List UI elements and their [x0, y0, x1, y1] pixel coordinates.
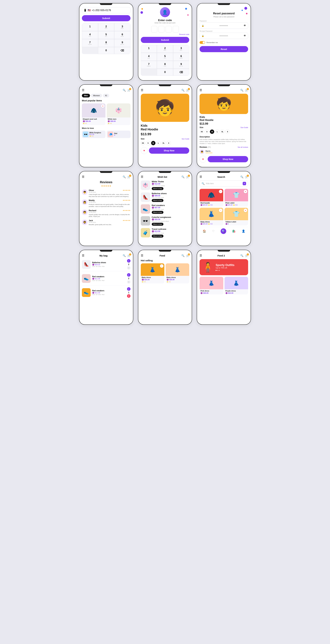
size-xl[interactable]: XL — [162, 141, 166, 145]
remember-toggle[interactable] — [200, 41, 205, 44]
resend-link[interactable]: Resend code — [141, 34, 190, 35]
search-icon[interactable]: 🔍 — [240, 89, 244, 92]
submit-button[interactable]: Submit — [82, 15, 130, 21]
retype-input[interactable]: 🔒 •••••••••• 👁 — [200, 33, 248, 39]
heart-button[interactable]: ♥ — [244, 209, 247, 212]
size-guide[interactable]: Size Guide — [182, 138, 189, 140]
reset-button[interactable]: Reset — [200, 46, 248, 52]
menu-icon[interactable]: ☰ — [82, 88, 84, 92]
cart-icon[interactable]: 🛒2 — [245, 254, 248, 257]
key-4[interactable]: 4GHI — [141, 53, 157, 61]
cart-icon[interactable]: 🛒2 — [127, 254, 130, 257]
product-white-men[interactable]: 👘 White men 🟣 $59.50 ⭐ 4.5 — [107, 104, 130, 125]
wishlist-button[interactable]: ♥ — [141, 147, 148, 154]
tab-men[interactable]: Men — [82, 94, 90, 98]
key-3[interactable]: 3DEF — [114, 23, 130, 31]
menu-icon[interactable]: ☰ — [82, 175, 84, 178]
key-backspace[interactable]: ⌫ — [173, 69, 190, 76]
menu-icon[interactable]: ☰ — [141, 254, 143, 257]
qty-plus-button[interactable]: + — [127, 273, 130, 276]
search-icon[interactable]: 🔍 — [240, 176, 244, 178]
key-2[interactable]: 2ABC — [157, 45, 173, 53]
qty-minus-button[interactable]: − — [127, 280, 130, 284]
search-baby-dress[interactable]: 👗 ♥ Baby dress 🟣 $25.00 ⭐ 4.5 — [200, 208, 223, 226]
search-input[interactable]: Kids item — [206, 182, 242, 184]
qty-minus-button[interactable]: − — [127, 266, 130, 270]
search-icon[interactable]: 🔍 — [123, 254, 126, 257]
search-icon[interactable]: 🔍 — [123, 89, 126, 92]
key-7[interactable]: 7PQRS — [82, 39, 98, 47]
key-1[interactable]: 1 — [141, 45, 157, 53]
size-guide-right[interactable]: Size Guide — [240, 127, 248, 128]
move-to-bag-button[interactable]: Move to bag — [152, 187, 164, 190]
clear-search-button[interactable]: ✕ — [243, 182, 246, 185]
key-4[interactable]: 4GHI — [82, 31, 98, 39]
shop-now-button-right[interactable]: Shop Now — [208, 156, 248, 162]
tab-ki[interactable]: Ki — [103, 94, 109, 98]
menu-icon[interactable]: ☰ — [141, 175, 143, 178]
key-2[interactable]: 2ABC — [98, 23, 114, 31]
product-elegant-suit[interactable]: 🧥 ♥ Elegant wool suit 🟣 $85.00 ⭐ 4.5 — [82, 104, 106, 125]
key-6[interactable]: 6MNO — [114, 31, 130, 39]
otp-box-4[interactable] — [173, 26, 179, 32]
phone-input[interactable]: 📱 🇺🇸 +1-202-555-0176 — [82, 7, 130, 13]
search-icon[interactable]: 🔍 — [123, 176, 126, 178]
key-1[interactable]: 1 — [82, 23, 98, 31]
search-red-hoodie[interactable]: 🧥 ♥ Red hoodie 🟣 $25.00 ⭐ 4.5 — [200, 189, 223, 206]
menu-icon[interactable]: ☰ — [200, 254, 202, 257]
move-to-bag-button[interactable]: Move to bag — [152, 223, 164, 226]
size-s[interactable]: S — [205, 130, 209, 134]
feed2-product-2[interactable]: 👗 Purple dress 🟣 $22.00 — [224, 277, 248, 294]
size-m[interactable]: M — [210, 130, 214, 134]
size-x[interactable]: X — [225, 130, 230, 134]
search-pink-tshirt[interactable]: 👕 ♥ Pink t-shirt 🟣 $25.00 ⭐ 4.5 — [224, 189, 248, 206]
sporty-outfits-banner[interactable]: 🧍 Sporty Outfits Up to 75% off. — [200, 259, 248, 275]
key-6[interactable]: 6MNO — [173, 53, 190, 61]
key-7[interactable]: 7PQRS — [141, 61, 157, 69]
size-xl[interactable]: XL — [220, 130, 224, 134]
key-9[interactable]: 9WXYZ — [114, 39, 130, 47]
cart-icon[interactable]: 🛒2 — [186, 254, 189, 257]
nav-search[interactable]: 🔍 — [220, 228, 226, 234]
qty-delete-button[interactable]: ✕ — [127, 294, 130, 298]
heart-button[interactable]: ♥ — [160, 264, 164, 268]
search-icon[interactable]: 🔍 — [182, 176, 184, 178]
key-0[interactable]: 0 — [157, 69, 173, 76]
nav-profile[interactable]: 👤 — [242, 230, 245, 233]
move-to-bag-button[interactable]: Move to bag — [152, 199, 164, 202]
size-m[interactable]: M — [151, 141, 156, 145]
nav-bag[interactable]: 🛍️ — [232, 230, 236, 233]
menu-icon[interactable]: ☰ — [200, 88, 202, 92]
otp-box-2[interactable] — [158, 26, 164, 32]
see-all-link[interactable]: See all reviews — [238, 146, 248, 148]
more-item-sungloss[interactable]: 🕶️ White Sungloss $11.00 ⭐ 4.5 — [82, 130, 106, 138]
cart-icon[interactable]: 🛒2 — [127, 176, 130, 178]
eye-icon[interactable]: 👁 — [244, 24, 246, 27]
key-8[interactable]: 8TUV — [98, 39, 114, 47]
cart-icon[interactable]: 🛒2 — [127, 89, 130, 92]
move-to-bag-button[interactable]: Move to bag — [152, 211, 164, 214]
nav-heart[interactable]: ♡ — [212, 230, 214, 233]
search-icon[interactable]: 🔍 — [182, 254, 184, 257]
key-5[interactable]: 5JKL — [98, 31, 114, 39]
cart-icon[interactable]: 🛒2 — [245, 176, 248, 178]
cart-icon[interactable]: 🛒2 — [245, 89, 248, 92]
key-3[interactable]: 3DEF — [173, 45, 190, 53]
key-9[interactable]: 9WXYZ — [173, 61, 190, 69]
password-input[interactable]: 🔒 •••••••••• 👁 — [200, 22, 248, 29]
cart-icon[interactable]: 🛒2 — [186, 176, 189, 178]
feed2-product-1[interactable]: 👗 Pink dress 🟣 $20.00 — [200, 277, 223, 294]
size-l[interactable]: L — [215, 130, 220, 134]
qty-plus-button[interactable]: + — [127, 287, 130, 291]
menu-icon[interactable]: ☰ — [141, 88, 143, 92]
feed-product-1[interactable]: 👗 ♥ Baby dress 🟣 $25.00 ⭐ 4.5 — [141, 263, 164, 284]
size-xs[interactable]: XS — [200, 130, 204, 134]
nav-home[interactable]: 🏠 — [203, 230, 206, 233]
eye-icon-2[interactable]: 👁 — [244, 34, 246, 37]
qty-plus-button[interactable]: + — [127, 259, 130, 262]
more-item-red[interactable]: 🧢 Red $ — [107, 130, 130, 138]
tab-women[interactable]: Women — [91, 94, 102, 98]
feed-product-2[interactable]: 👗 Baby dress 🟣 $25.00 ⭐ 4.5 — [166, 263, 189, 284]
search-icon[interactable]: 🔍 — [240, 254, 244, 257]
otp-box-3[interactable] — [166, 26, 172, 32]
